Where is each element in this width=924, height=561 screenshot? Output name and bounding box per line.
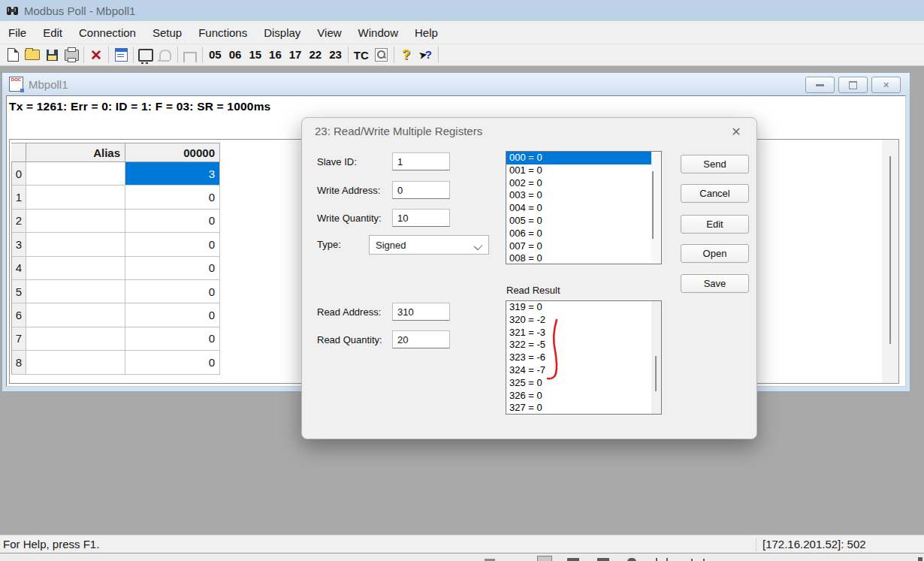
grid-row: 2 0 [11,210,220,233]
menu-window[interactable]: Window [350,21,406,44]
list-item[interactable]: 003 = 0 [506,189,661,202]
function-06-button[interactable]: 06 [225,46,246,64]
row-header[interactable]: 5 [11,280,26,303]
row-header[interactable]: 1 [11,185,26,209]
restore-button[interactable] [838,77,868,93]
delete-button[interactable]: ✕ [86,46,106,64]
menu-file[interactable]: File [0,21,35,44]
function-23-button[interactable]: 23 [325,46,346,64]
dialog-close-button[interactable]: ✕ [728,123,744,140]
app-titlebar[interactable]: Modbus Poll - Mbpoll1 [0,0,924,21]
type-combobox[interactable]: Signed [369,235,489,255]
read-list-scrollbar-thumb[interactable] [655,356,657,391]
list-item[interactable]: 006 = 0 [506,228,661,240]
open-button[interactable]: Open [681,244,749,263]
corner-header-cell[interactable] [11,143,26,162]
open-file-button[interactable] [23,46,42,64]
list-item[interactable]: 321 = -3 [506,327,661,339]
row-header[interactable]: 2 [11,210,26,233]
list-item[interactable]: 319 = 0 [506,301,661,314]
menu-display[interactable]: Display [255,21,309,44]
mbpoll-titlebar[interactable]: DOC Mbpoll1 ✕ [2,73,910,95]
value-cell[interactable]: 0 [125,303,220,327]
list-item[interactable]: 320 = -2 [506,314,661,327]
read-once-button[interactable] [136,46,156,64]
minimize-button[interactable] [805,77,835,93]
test-center-button[interactable]: TC [351,49,372,62]
save-button[interactable] [42,46,62,64]
read-quantity-field[interactable] [392,330,450,348]
value-cell[interactable]: 0 [125,257,220,280]
alias-cell[interactable] [26,185,125,209]
list-item[interactable]: 005 = 0 [506,215,661,228]
value-cell[interactable]: 0 [125,327,220,351]
function-17-button[interactable]: 17 [285,46,306,64]
list-item[interactable]: 000 = 0 [506,152,661,164]
write-address-field[interactable] [392,181,450,199]
list-item[interactable]: 004 = 0 [506,202,661,215]
list-item[interactable]: 002 = 0 [506,177,661,190]
list-item[interactable]: 008 = 0 [506,252,661,264]
menu-functions[interactable]: Functions [190,21,255,44]
read-result-listbox[interactable]: 319 = 0 320 = -2 321 = -3 322 = -5 323 =… [506,300,662,415]
alias-cell[interactable] [26,257,125,280]
alias-cell[interactable] [26,351,125,374]
value-cell[interactable]: 0 [125,210,220,233]
alias-cell[interactable] [26,303,125,327]
value-cell-selected[interactable]: 3 [125,162,220,185]
save-button[interactable]: Save [681,274,749,293]
send-button[interactable]: Send [681,155,749,173]
menu-edit[interactable]: Edit [35,21,71,44]
function-22-button[interactable]: 22 [305,46,325,64]
row-header[interactable]: 4 [11,257,26,280]
help-icon: ? [402,47,410,63]
menu-setup[interactable]: Setup [144,21,190,44]
setup-window-button[interactable] [111,46,131,64]
alias-cell[interactable] [26,280,125,303]
list-item[interactable]: 007 = 0 [506,240,661,253]
write-quantity-field[interactable] [392,209,450,227]
print-button[interactable] [62,46,81,64]
row-header[interactable]: 7 [11,327,26,351]
cancel-button[interactable]: Cancel [681,184,749,203]
slave-id-field[interactable] [392,152,450,170]
list-item[interactable]: 001 = 0 [506,164,661,177]
row-header[interactable]: 8 [11,351,26,374]
list-item[interactable]: 322 = -5 [506,339,661,351]
function-15-button[interactable]: 15 [245,46,265,64]
alias-cell[interactable] [26,233,125,256]
write-list-scrollbar-thumb[interactable] [652,171,654,239]
menu-connection[interactable]: Connection [71,21,144,44]
test-center-view-button[interactable] [372,46,391,64]
edit-button[interactable]: Edit [681,215,749,234]
write-values-listbox[interactable]: 000 = 0 001 = 0 002 = 0 003 = 0 004 = 0 … [506,151,662,264]
list-item[interactable]: 326 = 0 [506,390,661,403]
value-cell[interactable]: 0 [125,280,220,303]
alias-cell[interactable] [26,210,125,233]
value-cell[interactable]: 0 [125,351,220,374]
alias-cell[interactable] [26,162,125,185]
alias-cell[interactable] [26,327,125,351]
function-05-button[interactable]: 05 [205,46,225,64]
value-column-header[interactable]: 00000 [125,143,220,162]
list-item[interactable]: 327 = 0 [506,402,661,415]
close-button[interactable]: ✕ [871,77,901,93]
dialog-title[interactable]: 23: Read/Write Multiple Registers [315,125,482,137]
row-header[interactable]: 3 [11,233,26,256]
alias-column-header[interactable]: Alias [26,143,125,162]
context-help-button[interactable]: ➤? [416,46,436,64]
new-file-button[interactable] [3,46,23,64]
grid-scrollbar-thumb[interactable] [889,156,891,344]
row-header[interactable]: 0 [11,162,26,185]
list-item[interactable]: 323 = -6 [506,351,661,364]
menu-view[interactable]: View [309,21,349,44]
list-item[interactable]: 324 = -7 [506,364,661,377]
menu-help[interactable]: Help [406,21,446,44]
value-cell[interactable]: 0 [125,185,220,209]
row-header[interactable]: 6 [11,303,26,327]
list-item[interactable]: 325 = 0 [506,377,661,390]
value-cell[interactable]: 0 [125,233,220,256]
read-address-field[interactable] [392,303,450,321]
help-button[interactable]: ? [397,46,416,64]
function-16-button[interactable]: 16 [265,46,285,64]
